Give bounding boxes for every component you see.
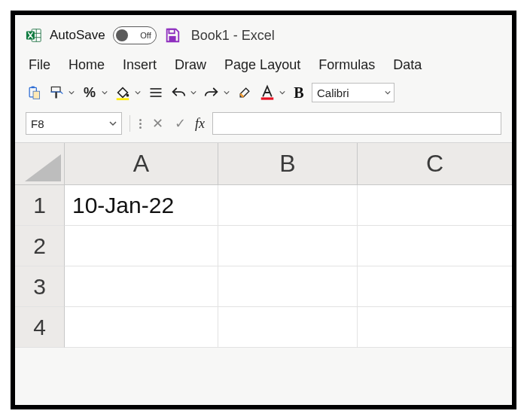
formula-bar-row: F8 ✕ ✓ fx (15, 111, 512, 142)
tab-file[interactable]: File (29, 57, 50, 73)
column-header-c[interactable]: C (358, 143, 513, 185)
cell-a1[interactable]: 10-Jan-22 (65, 185, 218, 226)
quick-access-toolbar: % (15, 81, 512, 111)
row-header-2[interactable]: 2 (15, 226, 65, 266)
column-header-b[interactable]: B (218, 143, 358, 185)
svg-rect-8 (32, 87, 35, 89)
cancel-x-icon[interactable]: ✕ (150, 115, 165, 132)
cell-c2[interactable] (358, 226, 513, 266)
row-header-1[interactable]: 1 (15, 185, 65, 226)
excel-logo-icon (26, 27, 42, 44)
align-icon[interactable] (148, 84, 164, 101)
cell-a2[interactable] (65, 226, 218, 266)
svg-rect-14 (117, 98, 129, 100)
select-all-corner[interactable] (15, 143, 65, 185)
tab-home[interactable]: Home (69, 57, 105, 73)
autosave-label: AutoSave (50, 28, 105, 43)
row-header-3[interactable]: 3 (15, 266, 65, 307)
format-painter-icon[interactable] (48, 84, 65, 101)
formula-input[interactable] (212, 112, 501, 135)
toggle-knob-icon (116, 29, 128, 41)
undo-icon[interactable] (170, 84, 187, 101)
excel-window: AutoSave Off Book1 - Excel File Home Ins… (11, 11, 516, 409)
autosave-state: Off (140, 31, 151, 40)
save-icon[interactable] (164, 27, 181, 44)
name-box[interactable]: F8 (26, 112, 122, 135)
redo-icon[interactable] (203, 84, 220, 101)
tab-draw[interactable]: Draw (175, 57, 206, 73)
cell-b4[interactable] (218, 307, 358, 348)
spreadsheet-grid: A B C 1 10-Jan-22 2 3 4 (15, 142, 512, 348)
svg-rect-18 (261, 97, 274, 99)
name-box-value: F8 (31, 117, 44, 130)
percent-icon[interactable]: % (81, 84, 98, 101)
chevron-down-icon[interactable] (68, 84, 75, 101)
chevron-down-icon[interactable] (279, 84, 286, 101)
cell-a4[interactable] (65, 307, 218, 348)
cell-c3[interactable] (358, 266, 513, 307)
divider (129, 115, 130, 132)
ribbon-tabs: File Home Insert Draw Page Layout Formul… (15, 53, 512, 81)
autosave-toggle[interactable]: Off (113, 26, 157, 44)
window-title: Book1 - Excel (191, 28, 275, 44)
bold-button[interactable]: B (292, 84, 306, 102)
row-header-4[interactable]: 4 (15, 307, 65, 348)
svg-rect-5 (169, 29, 174, 34)
title-bar: AutoSave Off Book1 - Excel (15, 15, 512, 53)
font-name-value: Calibri (317, 87, 349, 99)
cell-a3[interactable] (65, 266, 218, 307)
tab-insert[interactable]: Insert (123, 57, 157, 73)
tab-data[interactable]: Data (393, 57, 422, 73)
cell-c1[interactable] (358, 185, 513, 226)
cell-b3[interactable] (218, 266, 358, 307)
chevron-down-icon[interactable] (101, 84, 108, 101)
paste-icon[interactable] (26, 84, 42, 101)
chevron-down-icon (385, 90, 391, 96)
font-color-icon[interactable] (259, 84, 276, 101)
chevron-down-icon[interactable] (223, 84, 230, 101)
svg-point-13 (126, 94, 129, 97)
fill-color-icon[interactable] (114, 84, 131, 101)
font-name-select[interactable]: Calibri (312, 83, 394, 102)
svg-rect-12 (55, 92, 57, 98)
tab-page-layout[interactable]: Page Layout (224, 57, 300, 73)
cell-c4[interactable] (358, 307, 513, 348)
cell-b1[interactable] (218, 185, 358, 226)
grip-icon (138, 119, 142, 129)
enter-check-icon[interactable]: ✓ (172, 115, 187, 132)
svg-rect-10 (33, 91, 39, 99)
svg-rect-11 (51, 87, 60, 93)
clear-formatting-icon[interactable] (236, 84, 253, 101)
insert-function-button[interactable]: fx (195, 116, 205, 132)
svg-rect-6 (169, 36, 175, 41)
cell-b2[interactable] (218, 226, 358, 266)
chevron-down-icon[interactable] (134, 84, 142, 101)
tab-formulas[interactable]: Formulas (318, 57, 375, 73)
chevron-down-icon[interactable] (190, 84, 197, 101)
column-header-a[interactable]: A (65, 143, 218, 185)
chevron-down-icon (109, 120, 117, 127)
